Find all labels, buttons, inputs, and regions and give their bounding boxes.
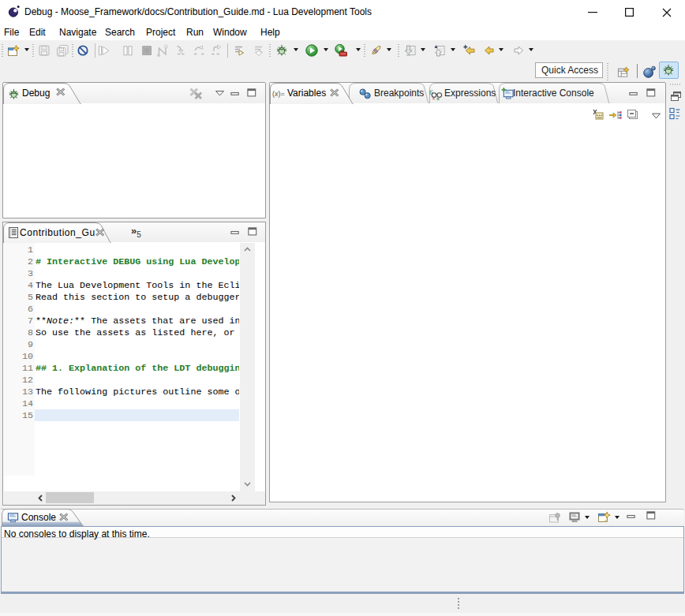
svg-text:6: 6 [429, 88, 433, 96]
